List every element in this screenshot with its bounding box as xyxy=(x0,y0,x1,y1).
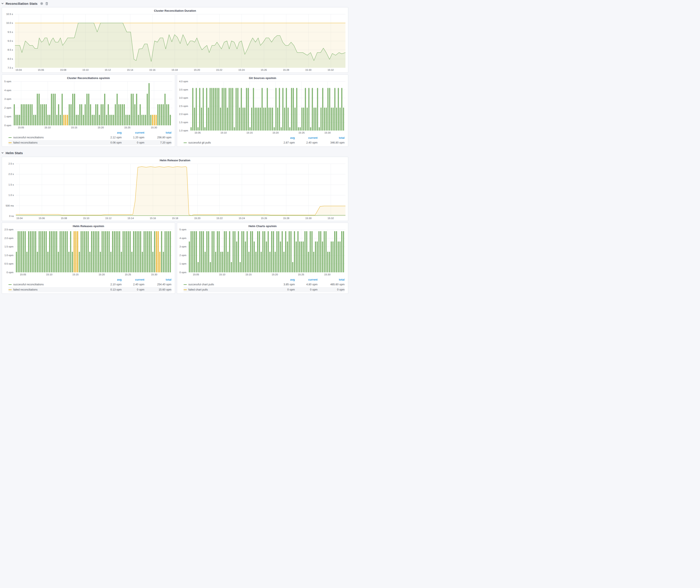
plot-area[interactable] xyxy=(188,229,345,272)
x-tick-label: 15:26 xyxy=(261,69,267,71)
legend-row: successful reconciliations2.10 opm2.40 o… xyxy=(8,282,171,287)
legend-cluster-reconciliations: avgcurrenttotalsuccessful reconciliation… xyxy=(8,131,171,145)
chart-git-sources-ops[interactable]: 4.0 opm3.5 opm3.0 opm2.5 opm2.0 opm1.5 o… xyxy=(178,81,345,135)
x-axis: 15:0515:1015:1515:2015:2515:30 xyxy=(13,125,172,130)
panel-title[interactable]: Cluster Reconciliations ops/min xyxy=(2,75,175,80)
x-tick-label: 15:32 xyxy=(327,217,334,220)
line-series-canvas xyxy=(16,164,345,216)
y-tick-label: 2.5 opm xyxy=(179,105,188,107)
y-tick-label: 0.5 opm xyxy=(4,262,13,265)
x-tick-label: 15:20 xyxy=(98,273,105,276)
legend-series-name: failed chart pulls xyxy=(188,288,208,291)
y-tick-label: 3 opm xyxy=(179,245,186,248)
legend-value: 2.40 opm xyxy=(295,141,318,144)
y-tick-label: 10.0 s xyxy=(6,22,13,24)
x-tick-label: 15:10 xyxy=(220,131,227,134)
y-tick-label: 1 opm xyxy=(4,115,11,118)
y-tick-label: 3.5 opm xyxy=(179,88,188,91)
legend-column-header[interactable]: avg xyxy=(99,131,122,134)
x-tick-label: 15:15 xyxy=(72,273,79,276)
y-tick-label: 1.5 opm xyxy=(179,121,188,124)
chart-cluster-reconciliations-ops[interactable]: 5 opm4 opm3 opm2 opm1 opm0 opm 15:0515:1… xyxy=(3,81,172,130)
x-tick-label: 15:06 xyxy=(38,69,44,71)
y-tick-label: 2.5 opm xyxy=(4,228,13,231)
legend-helm-releases: avgcurrenttotalsuccessful reconciliation… xyxy=(8,278,171,292)
panel-title[interactable]: Helm Releases ops/min xyxy=(2,223,175,228)
y-tick-label: 4 opm xyxy=(179,237,186,239)
legend-column-header[interactable]: current xyxy=(122,131,144,134)
section-title[interactable]: Helm Stats xyxy=(6,151,23,155)
panel-git-sources-ops: Git Sources ops/min 4.0 opm3.5 opm3.0 op… xyxy=(177,74,348,147)
legend-column-header[interactable]: avg xyxy=(99,278,122,281)
legend-series-label[interactable]: failed reconciliations xyxy=(8,288,99,291)
plot-area[interactable] xyxy=(15,14,345,68)
y-axis: 4.0 opm3.5 opm3.0 opm2.5 opm2.0 opm1.5 o… xyxy=(178,81,190,131)
chevron-down-icon[interactable] xyxy=(1,152,4,154)
legend-series-swatch-icon xyxy=(8,289,12,290)
x-tick-label: 15:28 xyxy=(283,69,289,71)
x-tick-label: 15:05 xyxy=(193,273,199,276)
legend-column-header[interactable]: current xyxy=(295,136,318,139)
x-tick-label: 15:30 xyxy=(305,69,311,71)
legend-column-header[interactable]: total xyxy=(144,278,171,281)
y-axis: 10.5 s10.0 s9.5 s9.0 s8.5 s8.0 s7.5 s xyxy=(3,14,15,68)
legend-series-label[interactable]: successful reconciliations xyxy=(8,136,99,139)
legend-series-label[interactable]: successful chart pulls xyxy=(184,283,272,286)
legend-series-swatch-icon xyxy=(8,137,12,138)
x-tick-label: 15:20 xyxy=(98,126,104,129)
x-tick-label: 15:25 xyxy=(125,273,131,276)
section-title[interactable]: Reconciliation Stats xyxy=(6,2,37,5)
y-tick-label: 2.5 s xyxy=(8,162,14,165)
legend-column-header[interactable]: avg xyxy=(272,278,295,281)
panel-title[interactable]: Cluster Reconciliation Duration xyxy=(2,7,348,13)
legend-series-label[interactable]: failed chart pulls xyxy=(184,288,272,291)
panel-title[interactable]: Helm Charts ops/min xyxy=(177,223,348,228)
x-tick-label: 15:25 xyxy=(298,131,305,134)
chart-helm-releases-ops[interactable]: 2.5 opm2.0 opm1.5 opm1.0 opm0.5 opm0 opm… xyxy=(3,229,172,277)
legend-value: 0 opm xyxy=(122,288,144,291)
x-tick-label: 15:20 xyxy=(194,69,200,71)
x-tick-label: 15:05 xyxy=(20,273,26,276)
chevron-down-icon[interactable] xyxy=(1,2,4,5)
chart-cluster-reconciliation-duration[interactable]: 10.5 s10.0 s9.5 s9.0 s8.5 s8.0 s7.5 s 15… xyxy=(3,14,345,72)
legend-series-label[interactable]: failed reconciliations xyxy=(8,141,99,144)
legend-value: 256.80 opm xyxy=(144,136,171,139)
y-tick-label: 1.5 s xyxy=(8,183,14,186)
gear-icon[interactable] xyxy=(40,2,43,5)
plot-area[interactable] xyxy=(15,229,172,272)
panel-helm-release-duration: Helm Release Duration 2.5 s2.0 s1.5 s1.0… xyxy=(2,157,348,221)
panel-helm-charts-ops: Helm Charts ops/min 5 opm4 opm3 opm2 opm… xyxy=(177,223,348,294)
chart-helm-charts-ops[interactable]: 5 opm4 opm3 opm2 opm1 opm0 opm 15:0515:1… xyxy=(178,229,345,277)
legend-column-header[interactable]: total xyxy=(318,136,345,139)
plot-area[interactable] xyxy=(13,81,172,125)
x-tick-label: 15:05 xyxy=(194,131,201,134)
y-tick-label: 1.0 opm xyxy=(179,129,188,132)
legend-series-label[interactable]: successful reconciliations xyxy=(8,283,99,286)
x-tick-label: 15:15 xyxy=(245,273,252,276)
panel-title[interactable]: Git Sources ops/min xyxy=(177,75,348,80)
plot-area[interactable] xyxy=(190,81,345,131)
legend-column-header[interactable]: avg xyxy=(272,136,295,139)
legend-column-header[interactable]: total xyxy=(318,278,345,281)
legend-row: successful git pulls2.87 opm2.40 opm346.… xyxy=(184,140,345,145)
y-tick-label: 2.0 opm xyxy=(179,113,188,115)
legend-series-label[interactable]: successful git pulls xyxy=(184,141,272,144)
legend-value: 0.13 opm xyxy=(99,288,122,291)
legend-column-header[interactable]: total xyxy=(144,131,171,134)
y-tick-label: 0 opm xyxy=(6,271,13,274)
plot-area[interactable] xyxy=(16,164,345,216)
panel-title[interactable]: Helm Release Duration xyxy=(2,157,348,162)
panel-helm-releases-ops: Helm Releases ops/min 2.5 opm2.0 opm1.5 … xyxy=(2,223,175,294)
legend-header-row: avgcurrenttotal xyxy=(184,136,345,140)
bar-series-canvas xyxy=(188,229,345,272)
chart-helm-release-duration[interactable]: 2.5 s2.0 s1.5 s1.0 s500 ms0 ns 15:0415:0… xyxy=(3,164,345,220)
legend-column-header[interactable]: current xyxy=(295,278,318,281)
x-tick-label: 15:10 xyxy=(44,126,51,129)
bar-series-canvas xyxy=(13,81,172,125)
legend-series-name: successful reconciliations xyxy=(13,283,44,286)
trash-icon[interactable] xyxy=(45,2,48,5)
legend-value: 2.87 opm xyxy=(272,141,295,144)
legend-column-header[interactable]: current xyxy=(122,278,144,281)
y-tick-label: 3 opm xyxy=(4,98,11,100)
x-tick-label: 15:30 xyxy=(151,126,157,129)
